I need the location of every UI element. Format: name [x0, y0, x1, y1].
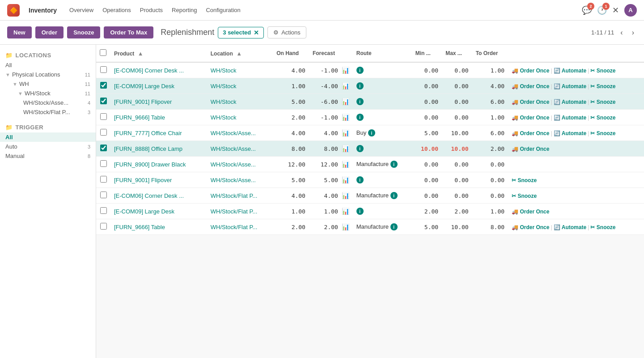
row-checkbox-cell[interactable]: [96, 62, 110, 78]
row-checkbox-cell[interactable]: [96, 157, 110, 172]
row-max[interactable]: 0.00: [442, 62, 472, 78]
action-automate-button[interactable]: 🔄 Automate: [554, 83, 586, 90]
col-product[interactable]: Product ▲: [110, 45, 207, 62]
action-automate-button[interactable]: 🔄 Automate: [554, 99, 586, 105]
location-link[interactable]: WH/Stock: [211, 114, 237, 121]
row-location[interactable]: WH/Stock/Asse...: [207, 125, 273, 141]
row-max[interactable]: 2.00: [442, 204, 472, 219]
location-link[interactable]: WH/Stock: [211, 98, 237, 105]
row-product[interactable]: [FURN_7777] Office Chair: [110, 125, 207, 141]
action-order-once-button[interactable]: 🚚 Order Once: [512, 115, 549, 121]
row-max[interactable]: 0.00: [442, 172, 472, 188]
forecast-chart-icon[interactable]: 📊: [342, 129, 349, 136]
action-order-once-button[interactable]: 🚚 Order Once: [512, 209, 549, 215]
row-location[interactable]: WH/Stock: [207, 62, 273, 78]
location-link[interactable]: WH/Stock: [211, 83, 237, 90]
nav-configuration[interactable]: Configuration: [206, 7, 240, 13]
prev-page-button[interactable]: ‹: [618, 28, 625, 38]
row-checkbox[interactable]: [100, 82, 107, 89]
row-location[interactable]: WH/Stock/Flat P...: [207, 219, 273, 235]
row-location[interactable]: WH/Stock/Asse...: [207, 172, 273, 188]
forecast-chart-icon[interactable]: 📊: [342, 145, 349, 152]
row-to-order[interactable]: 6.00: [472, 125, 508, 141]
product-link[interactable]: [FURN_7777] Office Chair: [114, 130, 182, 136]
row-to-order[interactable]: 0.00: [472, 157, 508, 172]
nav-reporting[interactable]: Reporting: [172, 7, 197, 13]
row-checkbox[interactable]: [100, 176, 107, 183]
row-product[interactable]: [FURN_9001] Flipover: [110, 94, 207, 110]
action-order-once-button[interactable]: 🚚 Order Once: [512, 83, 549, 90]
info-icon[interactable]: i: [356, 208, 364, 215]
messages-icon-btn[interactable]: 💬 2: [582, 5, 592, 15]
row-checkbox-cell[interactable]: [96, 78, 110, 94]
row-location[interactable]: WH/Stock/Asse...: [207, 157, 273, 172]
row-max[interactable]: 0.00: [442, 110, 472, 125]
forecast-chart-icon[interactable]: 📊: [342, 223, 349, 230]
row-min[interactable]: 5.00: [412, 219, 442, 235]
action-snooze-button[interactable]: ✂ Snooze: [590, 224, 615, 230]
row-checkbox-cell[interactable]: [96, 204, 110, 219]
forecast-chart-icon[interactable]: 📊: [342, 161, 349, 168]
row-to-order[interactable]: 1.00: [472, 204, 508, 219]
row-checkbox[interactable]: [100, 145, 107, 151]
product-link[interactable]: [FURN_9666] Table: [114, 224, 165, 230]
forecast-chart-icon[interactable]: 📊: [342, 67, 349, 74]
row-checkbox[interactable]: [100, 223, 107, 230]
location-link[interactable]: WH/Stock/Asse...: [211, 130, 256, 136]
row-min[interactable]: 0.00: [412, 110, 442, 125]
row-checkbox[interactable]: [100, 207, 107, 214]
row-min[interactable]: 5.00: [412, 125, 442, 141]
product-link[interactable]: [E-COM09] Large Desk: [114, 208, 174, 215]
close-icon-btn[interactable]: ✕: [612, 5, 619, 15]
row-location[interactable]: WH/Stock/Asse...: [207, 141, 273, 157]
row-max[interactable]: 10.00: [442, 219, 472, 235]
row-checkbox[interactable]: [100, 113, 107, 120]
product-link[interactable]: [FURN_9001] Flipover: [114, 177, 172, 183]
row-min[interactable]: 0.00: [412, 94, 442, 110]
row-checkbox-cell[interactable]: [96, 219, 110, 235]
select-all-header[interactable]: [96, 45, 110, 62]
new-button[interactable]: New: [7, 26, 32, 38]
row-checkbox[interactable]: [100, 192, 107, 198]
row-min[interactable]: 10.00: [412, 141, 442, 157]
location-link[interactable]: WH/Stock/Flat P...: [211, 208, 258, 215]
sidebar-item-wh[interactable]: ▼ WH 11: [0, 79, 96, 89]
action-automate-button[interactable]: 🔄 Automate: [554, 115, 586, 121]
row-product[interactable]: [E-COM06] Corner Desk ...: [110, 188, 207, 204]
order-button[interactable]: Order: [35, 26, 64, 38]
row-checkbox[interactable]: [100, 160, 107, 167]
next-page-button[interactable]: ›: [629, 28, 637, 38]
sidebar-item-trigger-all[interactable]: All: [0, 132, 96, 142]
info-icon[interactable]: i: [390, 192, 398, 199]
forecast-chart-icon[interactable]: 📊: [342, 114, 349, 121]
row-min[interactable]: 0.00: [412, 78, 442, 94]
row-to-order[interactable]: 0.00: [472, 172, 508, 188]
info-icon[interactable]: i: [368, 129, 375, 136]
row-min[interactable]: 0.00: [412, 188, 442, 204]
row-checkbox-cell[interactable]: [96, 110, 110, 125]
product-link[interactable]: [FURN_9666] Table: [114, 114, 165, 121]
location-link[interactable]: WH/Stock/Flat P...: [211, 192, 258, 199]
location-link[interactable]: WH/Stock/Flat P...: [211, 224, 258, 230]
info-icon[interactable]: i: [356, 82, 364, 90]
row-location[interactable]: WH/Stock: [207, 110, 273, 125]
row-max[interactable]: 10.00: [442, 125, 472, 141]
location-link[interactable]: WH/Stock/Asse...: [211, 177, 256, 183]
location-link[interactable]: WH/Stock/Asse...: [211, 145, 256, 152]
forecast-chart-icon[interactable]: 📊: [342, 208, 349, 215]
product-link[interactable]: [E-COM09] Large Desk: [114, 83, 174, 90]
forecast-chart-icon[interactable]: 📊: [342, 98, 349, 105]
row-checkbox[interactable]: [100, 129, 107, 136]
row-max[interactable]: 10.00: [442, 141, 472, 157]
row-product[interactable]: [FURN_8888] Office Lamp: [110, 141, 207, 157]
row-max[interactable]: 0.00: [442, 94, 472, 110]
action-automate-button[interactable]: 🔄 Automate: [554, 68, 586, 74]
nav-products[interactable]: Products: [140, 7, 163, 13]
action-automate-button[interactable]: 🔄 Automate: [554, 224, 586, 230]
info-icon[interactable]: i: [356, 145, 364, 152]
row-max[interactable]: 0.00: [442, 157, 472, 172]
sidebar-item-all-locations[interactable]: All: [0, 60, 96, 70]
sidebar-item-trigger-manual[interactable]: Manual 8: [0, 151, 96, 161]
row-checkbox-cell[interactable]: [96, 172, 110, 188]
info-icon[interactable]: i: [390, 223, 398, 230]
